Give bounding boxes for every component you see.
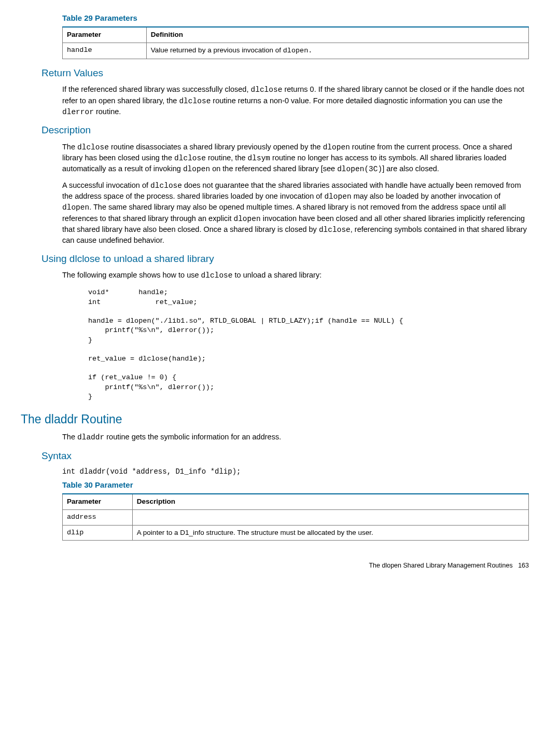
table29-head-param: Parameter xyxy=(63,27,147,43)
syntax-code: int dladdr(void *address, D1_info *dlip)… xyxy=(62,467,529,477)
table-row: dlip A pointer to a D1_info structure. T… xyxy=(63,525,529,541)
table29-row1-param: handle xyxy=(63,43,147,59)
table30-row1-param: address xyxy=(63,509,133,525)
cell-text: Value returned by a previous invocation … xyxy=(151,46,283,54)
table30-row1-desc xyxy=(132,509,528,525)
using-text: The following example shows how to use d… xyxy=(62,270,529,281)
dladdr-heading: The dladdr Routine xyxy=(21,411,529,427)
table30-head-desc: Description xyxy=(132,494,528,509)
table30-row2-param: dlip xyxy=(63,525,133,541)
page-footer: The dlopen Shared Library Management Rou… xyxy=(62,561,529,571)
page-number: 163 xyxy=(518,562,529,569)
dladdr-text: The dladdr routine gets the symbolic inf… xyxy=(62,432,529,443)
table29-caption: Table 29 Parameters xyxy=(62,12,529,23)
table30-head-param: Parameter xyxy=(63,494,133,509)
description-heading: Description xyxy=(41,123,529,137)
table29: Parameter Definition handle Value return… xyxy=(62,26,529,59)
table30: Parameter Description address dlip A poi… xyxy=(62,493,529,541)
table29-head-def: Definition xyxy=(146,27,528,43)
return-values-text: If the referenced shared library was suc… xyxy=(62,84,529,117)
table30-caption: Table 30 Parameter xyxy=(62,479,529,490)
cell-code: dlopen. xyxy=(283,47,313,54)
table-row: address xyxy=(63,509,529,525)
table-row: handle Value returned by a previous invo… xyxy=(63,43,529,59)
return-values-heading: Return Values xyxy=(41,66,529,80)
using-heading: Using dlclose to unload a shared library xyxy=(41,252,529,266)
syntax-heading: Syntax xyxy=(41,449,529,463)
table29-row1-def: Value returned by a previous invocation … xyxy=(146,43,528,59)
description-p1: The dlclose routine disassociates a shar… xyxy=(62,142,529,175)
footer-text: The dlopen Shared Library Management Rou… xyxy=(369,562,512,569)
code-block: void* handle; int ret_value; handle = dl… xyxy=(88,288,529,402)
table30-row2-desc: A pointer to a D1_info structure. The st… xyxy=(132,525,528,541)
description-p2: A successful invocation of dlclose does … xyxy=(62,180,529,246)
